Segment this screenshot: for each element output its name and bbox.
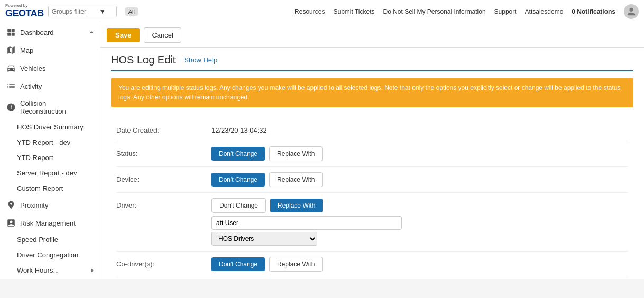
sidebar-item-proximity[interactable]: Proximity — [0, 196, 100, 214]
codrivers-replace-with-button[interactable]: Replace With — [269, 257, 323, 272]
work-hours-expand-icon — [91, 268, 94, 273]
page-content: HOS Log Edit Show Help You are editing m… — [100, 48, 644, 279]
save-button[interactable]: Save — [107, 28, 140, 42]
title-underline — [111, 70, 633, 71]
driver-input[interactable] — [211, 216, 402, 230]
vehicles-label: Vehicles — [20, 64, 45, 72]
codrivers-controls: Don't Change Replace With — [211, 257, 323, 272]
cancel-button[interactable]: Cancel — [144, 27, 181, 43]
sidebar-item-vehicles[interactable]: Vehicles — [0, 59, 100, 77]
proximity-label: Proximity — [20, 201, 48, 209]
driver-dont-change-button[interactable]: Don't Change — [211, 198, 266, 213]
main-layout: Dashboard Map Vehicles Activity — [0, 23, 644, 279]
do-not-sell-link[interactable]: Do Not Sell My Personal Information — [383, 8, 485, 15]
device-label: Device: — [116, 172, 211, 183]
top-bar: Powered by GEOTAB ▼ All Resources Submit… — [0, 0, 644, 23]
driver-congregation-label: Driver Congregation — [17, 251, 78, 259]
risk-management-label: Risk Management — [20, 219, 76, 227]
sidebar-item-activity[interactable]: Activity — [0, 77, 100, 95]
sidebar-item-dashboard[interactable]: Dashboard — [0, 23, 100, 41]
dashboard-icon — [6, 27, 16, 37]
sidebar-item-work-hours[interactable]: Work Hours... — [0, 263, 100, 278]
notifications-badge[interactable]: 0 Notifications — [572, 8, 615, 15]
speed-profile-label: Speed Profile — [17, 236, 58, 244]
status-dont-change-button[interactable]: Don't Change — [211, 147, 265, 161]
svg-rect-1 — [12, 29, 15, 32]
driver-group-select[interactable]: HOS Drivers — [211, 232, 317, 246]
driver-controls: Don't Change Replace With — [211, 198, 402, 213]
map-label: Map — [20, 46, 33, 54]
status-label: Status: — [116, 146, 211, 157]
groups-filter-chevron: ▼ — [99, 8, 106, 15]
sidebar-item-hos-driver-summary[interactable]: HOS Driver Summary — [0, 119, 100, 135]
driver-label: Driver: — [116, 198, 211, 209]
ytd-report-dev-label: YTD Report - dev — [17, 138, 70, 146]
driver-controls-wrapper: Don't Change Replace With HOS Drivers — [211, 198, 402, 246]
form-row-annotations: Annotations: — [116, 277, 628, 279]
svg-rect-2 — [7, 33, 11, 36]
activity-icon — [6, 81, 16, 91]
sidebar-item-ytd-report[interactable]: YTD Report — [0, 150, 100, 165]
vehicles-icon — [6, 63, 16, 73]
map-icon — [6, 45, 16, 55]
svg-rect-3 — [12, 33, 15, 36]
driver-replace-with-button[interactable]: Replace With — [270, 199, 323, 212]
device-controls: Don't Change Replace With — [211, 172, 323, 187]
sidebar-item-custom-report[interactable]: Custom Report — [0, 181, 100, 196]
geotab-logo: Powered by GEOTAB — [5, 4, 44, 19]
sidebar-item-driver-congregation[interactable]: Driver Congregation — [0, 247, 100, 263]
date-created-value: 12/23/20 13:04:32 — [211, 123, 267, 134]
resources-link[interactable]: Resources — [295, 8, 325, 15]
logo-powered-text: Powered by — [5, 4, 44, 8]
form-row-status: Status: Don't Change Replace With — [116, 141, 628, 167]
work-hours-label: Work Hours... — [17, 266, 59, 274]
form-row-device: Device: Don't Change Replace With — [116, 167, 628, 193]
sidebar-item-speed-profile[interactable]: Speed Profile — [0, 232, 100, 247]
date-created-label: Date Created: — [116, 123, 211, 134]
collision-reconstruction-label: Collision Reconstruction — [20, 99, 94, 115]
page-title-row: HOS Log Edit Show Help — [111, 54, 633, 66]
ytd-report-label: YTD Report — [17, 154, 53, 162]
custom-report-label: Custom Report — [17, 184, 63, 192]
svg-rect-0 — [7, 29, 11, 32]
status-controls: Don't Change Replace With — [211, 146, 323, 161]
support-link[interactable]: Support — [494, 8, 517, 15]
risk-management-icon — [6, 218, 16, 228]
sidebar-item-server-report-dev[interactable]: Server Report - dev — [0, 165, 100, 181]
codrivers-label: Co-driver(s): — [116, 257, 211, 268]
top-bar-right: Resources Submit Tickets Do Not Sell My … — [295, 4, 639, 19]
sidebar-item-collision-reconstruction[interactable]: Collision Reconstruction — [0, 95, 100, 119]
hos-driver-summary-label: HOS Driver Summary — [17, 123, 84, 131]
form-row-date-created: Date Created: 12/23/20 13:04:32 — [116, 118, 628, 141]
warning-text: You are editing multiple status logs. An… — [118, 84, 620, 101]
user-name: Attsalesdemo — [525, 8, 564, 15]
device-replace-with-button[interactable]: Replace With — [269, 172, 323, 187]
user-avatar[interactable] — [624, 4, 639, 19]
show-help-link[interactable]: Show Help — [184, 56, 217, 64]
groups-filter-input[interactable] — [52, 8, 99, 15]
activity-label: Activity — [20, 82, 42, 90]
form-section: Date Created: 12/23/20 13:04:32 Status: … — [111, 118, 633, 279]
driver-group-row: HOS Drivers — [211, 232, 402, 246]
proximity-icon — [6, 200, 16, 210]
action-bar: Save Cancel — [100, 23, 644, 48]
sidebar-item-risk-management[interactable]: Risk Management — [0, 214, 100, 232]
form-row-driver: Driver: Don't Change Replace With HOS Dr… — [116, 193, 628, 252]
warning-banner: You are editing multiple status logs. An… — [111, 78, 633, 107]
form-row-codrivers: Co-driver(s): Don't Change Replace With — [116, 252, 628, 277]
submit-tickets-link[interactable]: Submit Tickets — [333, 8, 374, 15]
sidebar-item-map[interactable]: Map — [0, 41, 100, 59]
all-badge: All — [125, 7, 138, 16]
page-title: HOS Log Edit — [111, 54, 176, 66]
dashboard-chevron — [89, 31, 94, 33]
status-replace-with-button[interactable]: Replace With — [269, 146, 323, 161]
collision-reconstruction-icon — [6, 103, 16, 112]
top-bar-left: Powered by GEOTAB ▼ All — [5, 4, 138, 19]
groups-filter[interactable]: ▼ — [48, 6, 117, 17]
device-dont-change-button[interactable]: Don't Change — [211, 173, 265, 187]
codrivers-dont-change-button[interactable]: Don't Change — [211, 257, 265, 271]
content-area: Save Cancel HOS Log Edit Show Help You a… — [100, 23, 644, 279]
server-report-dev-label: Server Report - dev — [17, 169, 77, 177]
sidebar-item-ifta-report[interactable]: IFTA Report — [0, 278, 100, 279]
sidebar-item-ytd-report-dev[interactable]: YTD Report - dev — [0, 135, 100, 150]
